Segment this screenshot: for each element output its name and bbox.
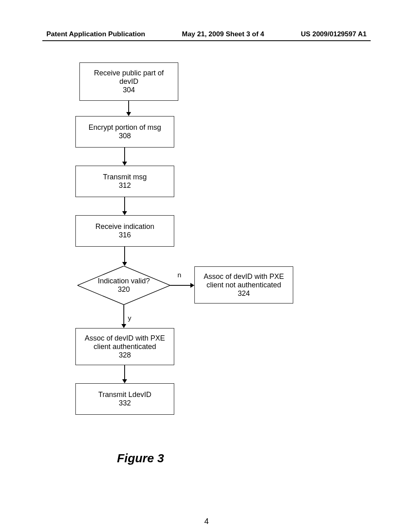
arrow [128, 101, 129, 113]
box-number: 332 [119, 399, 131, 407]
box-text: devID [119, 77, 138, 86]
arrow-head [190, 283, 194, 288]
arrow [170, 285, 191, 286]
header-center: May 21, 2009 Sheet 3 of 4 [182, 30, 264, 38]
box-text: Transmit msg [103, 173, 146, 181]
box-number: 328 [119, 351, 131, 360]
page-number: 4 [204, 517, 209, 526]
diamond-number: 320 [118, 285, 130, 294]
arrow-head [122, 379, 127, 383]
box-number: 308 [119, 132, 131, 140]
box-text: Receive public part of [94, 69, 164, 77]
box-text: Encrypt portion of msg [88, 123, 161, 132]
label-no: n [177, 271, 181, 279]
arrow [124, 365, 125, 380]
arrow [124, 197, 125, 212]
box-312: Transmit msg 312 [75, 166, 174, 197]
box-text: Assoc of devID with PXE [204, 272, 284, 281]
arrow-head [126, 112, 131, 116]
figure-label: Figure 3 [117, 451, 164, 465]
box-328: Assoc of devID with PXE client authentic… [75, 328, 174, 365]
box-text: Transmit LdevID [98, 391, 151, 399]
box-text: client authenticated [94, 343, 156, 351]
label-yes: y [128, 314, 131, 322]
header-left: Patent Application Publication [46, 30, 145, 38]
arrow [124, 148, 125, 162]
box-324: Assoc of devID with PXE client not authe… [194, 266, 293, 303]
arrow-head [122, 211, 127, 215]
box-text: Receive indication [95, 222, 154, 231]
arrow-head [121, 324, 126, 328]
box-308: Encrypt portion of msg 308 [75, 116, 174, 148]
box-number: 324 [238, 289, 250, 298]
arrow-head [122, 162, 127, 166]
diamond-text: Indication valid? [98, 277, 150, 285]
arrow [124, 247, 125, 263]
header-divider [42, 40, 371, 41]
box-text: client not authenticated [206, 281, 281, 289]
arrow-head [122, 262, 127, 266]
box-text: Assoc of devID with PXE [85, 334, 165, 343]
arrow [123, 305, 124, 325]
box-number: 304 [123, 86, 135, 94]
box-304: Receive public part of devID 304 [79, 62, 178, 101]
decision-320: Indication valid? 320 [77, 266, 170, 305]
box-number: 312 [119, 181, 131, 190]
box-332: Transmit LdevID 332 [75, 383, 174, 415]
header-right: US 2009/0129597 A1 [301, 30, 367, 38]
box-316: Receive indication 316 [75, 215, 174, 247]
box-number: 316 [119, 231, 131, 239]
